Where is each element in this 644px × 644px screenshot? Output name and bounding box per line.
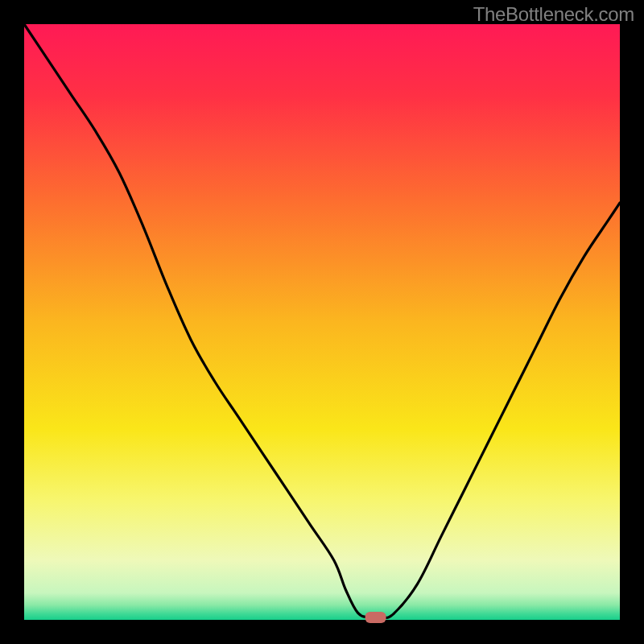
bottleneck-chart (0, 0, 644, 644)
plot-background (24, 24, 620, 620)
watermark-text: TheBottleneck.com (473, 3, 634, 26)
chart-stage: TheBottleneck.com (0, 0, 644, 644)
optimal-marker (365, 612, 386, 623)
